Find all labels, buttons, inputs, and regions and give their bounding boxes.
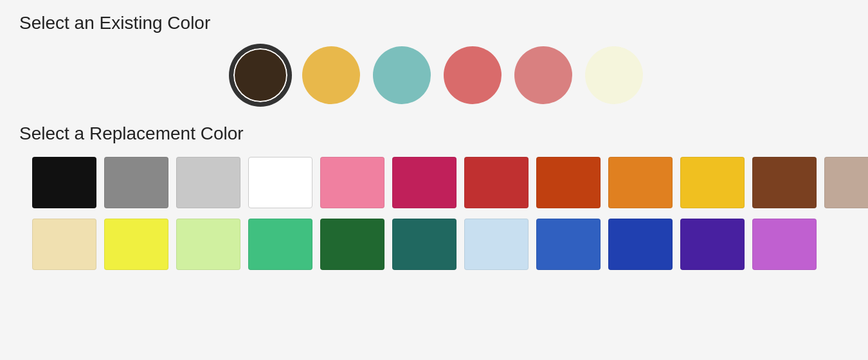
replacement-color-purple[interactable] [752, 219, 817, 270]
existing-color-golden-yellow[interactable] [302, 46, 360, 104]
replacement-colors-title: Select a Replacement Color [19, 123, 849, 144]
replacement-color-burnt-orange[interactable] [536, 157, 601, 208]
replacement-color-black[interactable] [32, 157, 96, 208]
replacement-color-light-gray[interactable] [176, 157, 240, 208]
replacement-color-yellow[interactable] [680, 157, 745, 208]
existing-color-cream[interactable] [585, 46, 643, 104]
replacement-color-tan[interactable] [824, 157, 868, 208]
replacement-color-light-green[interactable] [176, 219, 240, 270]
existing-color-dark-brown[interactable] [231, 46, 289, 104]
replacement-color-red[interactable] [464, 157, 529, 208]
replacement-color-brown[interactable] [752, 157, 817, 208]
existing-color-coral-red[interactable] [444, 46, 502, 104]
existing-colors-row [231, 46, 849, 104]
replacement-color-orange[interactable] [608, 157, 673, 208]
replacement-color-dark-blue[interactable] [608, 219, 673, 270]
replacement-color-crimson[interactable] [392, 157, 457, 208]
replacement-color-white[interactable] [248, 157, 312, 208]
existing-color-teal-blue[interactable] [373, 46, 431, 104]
replacement-row-2 [32, 219, 849, 270]
replacement-color-bright-yellow[interactable] [104, 219, 168, 270]
replacement-color-teal[interactable] [392, 219, 457, 270]
replacement-color-gray[interactable] [104, 157, 168, 208]
existing-color-dusty-rose[interactable] [514, 46, 572, 104]
replacement-color-dark-green[interactable] [320, 219, 384, 270]
replacement-color-light-yellow[interactable] [32, 219, 96, 270]
existing-colors-title: Select an Existing Color [19, 13, 849, 33]
replacement-color-pink[interactable] [320, 157, 384, 208]
replacement-row-1 [32, 157, 849, 208]
replacement-color-light-blue[interactable] [464, 219, 529, 270]
replacement-color-medium-blue[interactable] [536, 219, 601, 270]
replacement-colors-section: Select a Replacement Color [19, 123, 849, 270]
replacement-color-medium-green[interactable] [248, 219, 312, 270]
replacement-color-indigo[interactable] [680, 219, 745, 270]
